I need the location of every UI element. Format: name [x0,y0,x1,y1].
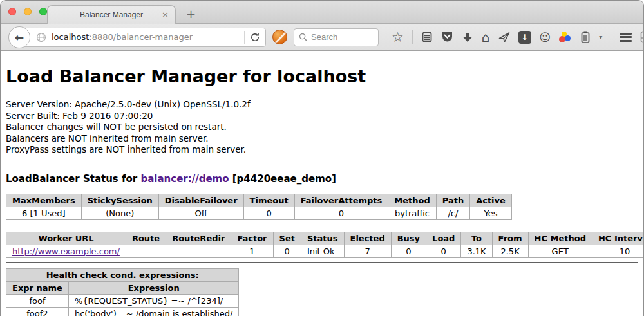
cell-hc-method: GET [528,245,592,257]
section-divider [6,262,638,263]
column-header: MaxMembers [6,194,82,207]
table-caption-row: Health check cond. expressions: [6,268,239,281]
worker-row: http://www.example.com/ 1 0 Init Ok 7 0 … [6,245,644,257]
cell-path: /c/ [436,207,469,219]
column-header: Expr name [6,281,69,294]
reading-list-icon[interactable] [421,31,433,43]
cell-expression: %{REQUEST_STATUS} =~ /^[234]/ [68,294,239,307]
column-header: From [492,232,528,245]
new-tab-button[interactable]: + [186,8,196,21]
cell-load: 0 [426,245,461,257]
url-bar-group: ← localhost:8880/balancer-manager [8,28,266,47]
url-path: :8880/balancer-manager [89,32,193,42]
cell-elected: 7 [344,245,391,257]
reload-icon[interactable] [250,32,260,42]
page-title: Load Balancer Manager for localhost [6,66,638,86]
health-check-table: Health check cond. expressions: Expr nam… [6,268,239,316]
cell-method: bytraffic [388,207,436,219]
cell-maxmembers: 6 [1 Used] [6,207,82,219]
pocket-icon[interactable] [441,31,453,43]
column-header: Status [301,232,344,245]
expression-row: foof2 hc('body') =~ /domain is establish… [6,307,239,316]
send-plane-icon[interactable] [498,32,510,43]
column-header: StickySession [81,194,158,207]
emoji-chat-icon[interactable]: ☺ [540,31,551,44]
column-header: Method [388,194,436,207]
cell-disablefailover: Off [158,207,243,219]
site-identity-globe-icon [36,32,46,42]
table-header-row: MaxMembers StickySession DisableFailover… [6,194,512,207]
page-content: Load Balancer Manager for localhost Serv… [1,51,643,316]
heading-prefix: LoadBalancer Status for [6,173,140,185]
cell-set: 0 [273,245,301,257]
cell-hc-interval: 10 [592,245,643,257]
worker-table: Worker URL Route RouteRedir Factor Set S… [6,232,643,258]
url-bar[interactable]: localhost:8880/balancer-manager [19,28,266,47]
back-button[interactable]: ← [8,26,30,48]
url-host: localhost [52,32,89,42]
window-controls [8,8,47,15]
battery-extension-icon[interactable] [580,31,591,43]
column-header: Worker URL [6,232,126,245]
cell-routeredir [166,245,231,257]
toolbar-divider [611,30,611,44]
screenshot-grid-extension-icon[interactable] [640,31,644,43]
column-header: Elected [344,232,391,245]
cell-from: 2.5K [492,245,528,257]
cell-stickysession: (None) [81,207,158,219]
search-icon [299,33,307,41]
tab-title: Balancer Manager [80,10,143,19]
flash-blocked-icon[interactable] [272,30,287,44]
cell-active: Yes [470,207,512,219]
worker-url-link[interactable]: http://www.example.com/ [12,246,120,256]
column-header: Active [470,194,512,207]
server-version-line: Server Version: Apache/2.5.0-dev (Unix) … [6,99,638,111]
cell-busy: 0 [391,245,426,257]
column-header: Factor [231,232,273,245]
cell-failoverattempts: 0 [294,207,388,219]
column-header: Route [126,232,166,245]
column-header: HC Interval [592,232,643,245]
column-header: RouteRedir [166,232,231,245]
column-header: Set [273,232,301,245]
column-header: Expression [68,281,239,294]
cell-expr-name: foof2 [6,307,69,316]
close-window-button[interactable] [8,8,16,15]
colored-dots-extension-icon[interactable] [559,31,572,44]
minimize-window-button[interactable] [24,8,32,15]
cell-route [126,245,166,257]
tab-balancer-manager[interactable]: Balancer Manager × [47,5,176,24]
search-placeholder: Search [311,32,337,42]
close-tab-icon[interactable]: × [162,10,169,19]
server-info: Server Version: Apache/2.5.0-dev (Unix) … [6,99,638,156]
url-bar-divider [244,31,245,44]
chevron-down-icon[interactable]: ▾ [599,33,602,41]
home-icon[interactable]: ⌂ [482,30,490,45]
bookmark-star-icon[interactable]: ☆ [392,30,404,45]
column-header: HC Method [528,232,592,245]
download-box-icon[interactable]: ↓ [518,31,531,44]
menu-icon[interactable] [620,33,632,42]
titlebar: Balancer Manager × + [1,1,643,24]
column-header: To [461,232,492,245]
search-bar[interactable]: Search [294,28,379,46]
heading-suffix: [p4420eeae_demo] [229,173,336,185]
column-header: Path [436,194,469,207]
balancer-settings-table: MaxMembers StickySession DisableFailover… [6,194,512,220]
cell-status: Init Ok [301,245,344,257]
cell-timeout: 0 [243,207,294,219]
balancer-demo-link[interactable]: balancer://demo [140,173,229,185]
loadbalancer-status-heading: LoadBalancer Status for balancer://demo … [6,173,638,185]
notice-line: Balancer changes will NOT be persisted o… [6,122,638,133]
server-built-line: Server Built: Feb 9 2016 07:00:20 [6,111,638,122]
column-header: FailoverAttempts [294,194,388,207]
maximize-window-button[interactable] [39,8,47,15]
cell-worker-url: http://www.example.com/ [6,245,126,257]
health-check-caption: Health check cond. expressions: [6,268,239,281]
toolbar-divider [412,30,413,44]
column-header: Load [426,232,461,245]
table-header-row: Worker URL Route RouteRedir Factor Set S… [6,232,644,245]
download-arrow-icon[interactable] [462,32,473,43]
cell-factor: 1 [231,245,273,257]
column-header: DisableFailover [158,194,243,207]
